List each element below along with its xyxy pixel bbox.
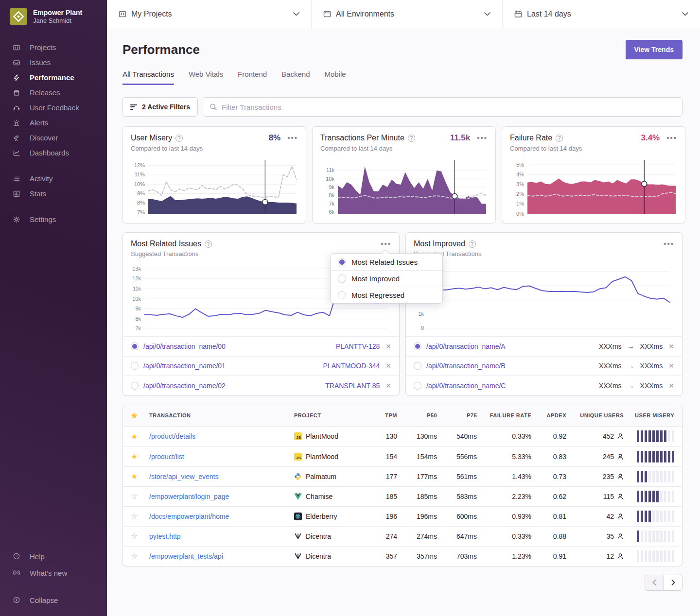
star-toggle[interactable]: ★: [131, 472, 149, 481]
star-toggle[interactable]: ☆: [131, 512, 149, 521]
active-filters-button[interactable]: 2 Active Filters: [122, 97, 198, 117]
radio-button[interactable]: [338, 291, 346, 299]
radio-button[interactable]: [338, 274, 346, 283]
date-range-selector[interactable]: Last 14 days: [503, 0, 700, 28]
misery-segment: [652, 530, 655, 542]
sidebar-item-releases[interactable]: Releases: [0, 85, 107, 100]
sidebar-item-issues[interactable]: Issues: [0, 55, 107, 70]
transaction-link[interactable]: /api/0/transaction_name/B: [426, 362, 506, 370]
arrow-right-icon: →: [628, 362, 634, 370]
close-icon[interactable]: ✕: [668, 362, 674, 370]
sidebar-item-activity[interactable]: Activity: [0, 171, 107, 186]
sidebar-item-stats[interactable]: Stats: [0, 186, 107, 201]
search-box: [203, 97, 682, 117]
radio-button[interactable]: [131, 362, 139, 370]
sidebar-item-help[interactable]: ? Help: [0, 548, 107, 565]
star-sort-icon[interactable]: ★: [131, 411, 149, 420]
tab-mobile[interactable]: Mobile: [324, 70, 346, 85]
column-header[interactable]: APDEX: [531, 412, 566, 418]
next-page-button[interactable]: [664, 575, 682, 591]
ellipsis-menu-icon[interactable]: •••: [477, 136, 488, 140]
misery-segment: [648, 511, 651, 522]
issue-link[interactable]: PLANTTV-128: [336, 342, 380, 350]
tab-backend[interactable]: Backend: [281, 70, 310, 85]
star-toggle[interactable]: ★: [131, 432, 149, 441]
star-toggle[interactable]: ☆: [131, 531, 149, 541]
column-header[interactable]: P50: [397, 412, 437, 418]
help-circle-icon[interactable]: ?: [556, 135, 563, 142]
radio-button[interactable]: [414, 362, 421, 370]
radio-button[interactable]: [338, 258, 346, 266]
sidebar-item-label: What’s new: [30, 569, 67, 577]
sidebar-item-settings[interactable]: Settings: [0, 212, 107, 227]
column-header[interactable]: UNIQUE USERS: [566, 412, 624, 418]
sidebar-item-dashboards[interactable]: Dashboards: [0, 145, 107, 160]
transaction-link[interactable]: /api/0/transaction_name/01: [143, 362, 226, 370]
close-icon[interactable]: ✕: [668, 342, 674, 350]
column-header[interactable]: TRANSACTION: [149, 412, 294, 418]
tab-web-vitals[interactable]: Web Vitals: [189, 70, 223, 85]
ellipsis-menu-icon[interactable]: •••: [664, 241, 674, 246]
transaction-link[interactable]: /api/0/transaction_name/00: [143, 342, 226, 350]
project-selector[interactable]: My Projects: [107, 0, 311, 28]
project-name: Dicentra: [306, 552, 331, 560]
transaction-link[interactable]: /api/0/transaction_name/C: [426, 382, 506, 390]
misery-segment: [656, 491, 659, 502]
sidebar-item-user-feedback[interactable]: User Feedback: [0, 100, 107, 115]
previous-page-button[interactable]: [645, 575, 664, 591]
star-toggle[interactable]: ☆: [131, 551, 149, 561]
failure-rate-card: Failure Rate ? 3.4% ••• Compared to last…: [502, 126, 685, 223]
help-circle-icon[interactable]: ?: [408, 135, 415, 142]
column-header[interactable]: USER MISERY: [624, 412, 674, 418]
menu-item-most-related-issues[interactable]: Most Related Issues: [331, 254, 442, 270]
transaction-link[interactable]: /product/list: [149, 453, 294, 461]
close-icon[interactable]: ✕: [385, 362, 391, 370]
radio-button[interactable]: [131, 342, 139, 350]
column-header[interactable]: PROJECT: [294, 412, 367, 418]
column-header[interactable]: P75: [437, 412, 477, 418]
close-icon[interactable]: ✕: [385, 342, 391, 350]
menu-item-most-regressed[interactable]: Most Regressed: [331, 287, 442, 303]
tab-all-transactions[interactable]: All Transactions: [122, 70, 174, 85]
close-icon[interactable]: ✕: [668, 382, 674, 390]
issue-link[interactable]: PLANTMOOD-344: [323, 362, 380, 370]
transaction-link[interactable]: pytest.http: [149, 532, 294, 540]
star-toggle[interactable]: ☆: [131, 492, 149, 501]
tab-frontend[interactable]: Frontend: [238, 70, 267, 85]
failure-rate-value: 1.23%: [477, 552, 531, 560]
sidebar-item-performance[interactable]: Performance: [0, 70, 107, 85]
org-switcher[interactable]: Empower Plant Jane Schmidt: [0, 0, 107, 25]
ellipsis-menu-icon[interactable]: •••: [287, 136, 298, 140]
radio-button[interactable]: [414, 382, 421, 390]
star-toggle[interactable]: ★: [131, 452, 149, 461]
radio-button[interactable]: [131, 382, 139, 390]
menu-item-most-improved[interactable]: Most Improved: [331, 270, 442, 287]
search-input[interactable]: [222, 103, 676, 111]
view-trends-button[interactable]: View Trends: [626, 40, 682, 59]
misery-segment: [668, 511, 670, 522]
transaction-link[interactable]: /product/details: [149, 432, 294, 440]
transaction-link[interactable]: /empowerplant/login_page: [149, 493, 294, 500]
close-icon[interactable]: ✕: [385, 382, 391, 390]
sidebar-item-collapse[interactable]: Collapse: [0, 592, 107, 608]
column-header[interactable]: TPM: [367, 412, 397, 418]
help-circle-icon[interactable]: ?: [469, 240, 476, 248]
help-circle-icon[interactable]: ?: [205, 240, 212, 248]
transaction-link[interactable]: /docs/empowerplant/home: [149, 513, 294, 520]
table-row: ★/product/listJSPlantMood154154ms556ms5.…: [123, 446, 682, 466]
issue-link[interactable]: TRANSPLANT-85: [325, 382, 380, 390]
transaction-link[interactable]: /api/0/transaction_name/A: [426, 342, 506, 350]
environment-selector[interactable]: All Environments: [312, 0, 502, 28]
ellipsis-menu-icon[interactable]: •••: [666, 136, 677, 140]
sidebar-item-projects[interactable]: Projects: [0, 40, 107, 55]
radio-button[interactable]: [414, 342, 421, 350]
column-header[interactable]: FAILURE RATE: [477, 412, 531, 418]
sidebar-item-alerts[interactable]: Alerts: [0, 115, 107, 130]
transaction-link[interactable]: /store/api_view_events: [149, 473, 294, 480]
sidebar-item-whats-new[interactable]: What’s new: [0, 565, 107, 581]
transaction-link[interactable]: /empowerplant_tests/api: [149, 552, 294, 560]
ellipsis-menu-icon[interactable]: •••: [381, 241, 391, 246]
sidebar-item-discover[interactable]: Discover: [0, 130, 107, 145]
help-circle-icon[interactable]: ?: [175, 135, 183, 142]
transaction-link[interactable]: /api/0/transaction_name/02: [143, 382, 226, 390]
